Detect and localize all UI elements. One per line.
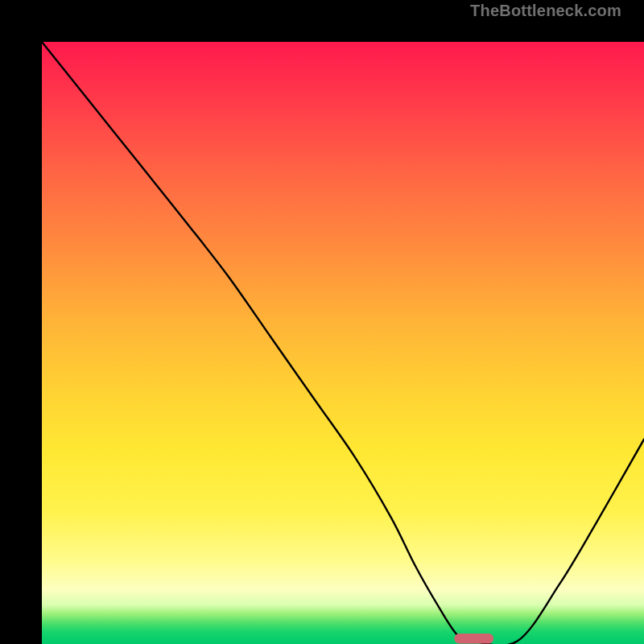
svg-rect-0 <box>454 634 493 644</box>
optimal-range-marker <box>454 634 493 644</box>
watermark-label: TheBottleneck.com <box>470 2 621 20</box>
chart-svg <box>42 42 644 644</box>
chart-frame <box>0 0 644 644</box>
bottleneck-curve <box>42 42 644 644</box>
plot-area <box>42 42 644 644</box>
